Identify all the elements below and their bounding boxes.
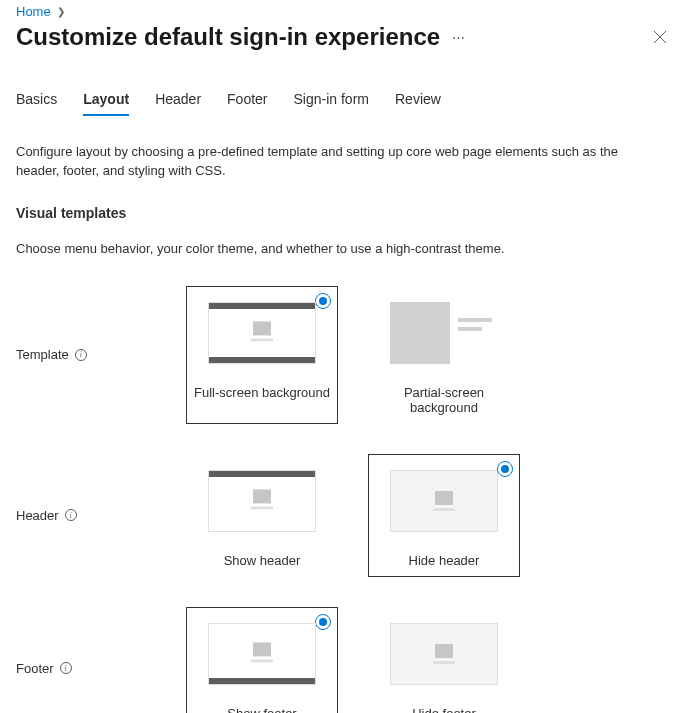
template-label: Template i: [16, 347, 186, 362]
info-icon[interactable]: i: [75, 349, 87, 361]
header-option-show-label: Show header: [187, 547, 337, 576]
header-option-hide[interactable]: Hide header: [368, 454, 520, 577]
footer-label: Footer i: [16, 661, 186, 676]
template-option-partial[interactable]: Partial-screen background: [368, 286, 520, 424]
tab-basics[interactable]: Basics: [16, 91, 57, 115]
show-header-preview: [208, 470, 316, 532]
visual-templates-sub: Choose menu behavior, your color theme, …: [16, 241, 674, 256]
breadcrumb: Home ❯: [16, 0, 674, 21]
layout-description: Configure layout by choosing a pre-defin…: [16, 143, 656, 181]
page-title: Customize default sign-in experience: [16, 23, 440, 51]
visual-templates-heading: Visual templates: [16, 205, 674, 221]
tab-footer[interactable]: Footer: [227, 91, 267, 115]
template-option-fullscreen[interactable]: Full-screen background: [186, 286, 338, 424]
tab-header[interactable]: Header: [155, 91, 201, 115]
breadcrumb-home-link[interactable]: Home: [16, 4, 51, 19]
header-option-show[interactable]: Show header: [186, 454, 338, 577]
header-label-text: Header: [16, 508, 59, 523]
close-icon: [653, 30, 667, 44]
footer-label-text: Footer: [16, 661, 54, 676]
radio-selected-icon: [315, 293, 331, 309]
radio-selected-icon: [497, 461, 513, 477]
header-label: Header i: [16, 508, 186, 523]
fullscreen-preview: [208, 302, 316, 364]
close-button[interactable]: [646, 23, 674, 51]
template-option-fullscreen-label: Full-screen background: [187, 379, 337, 408]
header-option-hide-label: Hide header: [369, 547, 519, 576]
hide-footer-preview: [390, 623, 498, 685]
footer-option-show[interactable]: Show footer: [186, 607, 338, 713]
more-button[interactable]: ⋯: [452, 30, 466, 45]
partial-preview: [390, 302, 498, 364]
footer-option-hide-label: Hide footer: [369, 700, 519, 713]
info-icon[interactable]: i: [60, 662, 72, 674]
tab-bar: Basics Layout Header Footer Sign-in form…: [16, 91, 674, 115]
chevron-right-icon: ❯: [57, 6, 65, 17]
tab-signin-form[interactable]: Sign-in form: [294, 91, 369, 115]
template-option-partial-label: Partial-screen background: [369, 379, 519, 423]
show-footer-preview: [208, 623, 316, 685]
footer-option-show-label: Show footer: [187, 700, 337, 713]
template-label-text: Template: [16, 347, 69, 362]
tab-layout[interactable]: Layout: [83, 91, 129, 115]
footer-option-hide[interactable]: Hide footer: [368, 607, 520, 713]
tab-review[interactable]: Review: [395, 91, 441, 115]
hide-header-preview: [390, 470, 498, 532]
radio-selected-icon: [315, 614, 331, 630]
info-icon[interactable]: i: [65, 509, 77, 521]
